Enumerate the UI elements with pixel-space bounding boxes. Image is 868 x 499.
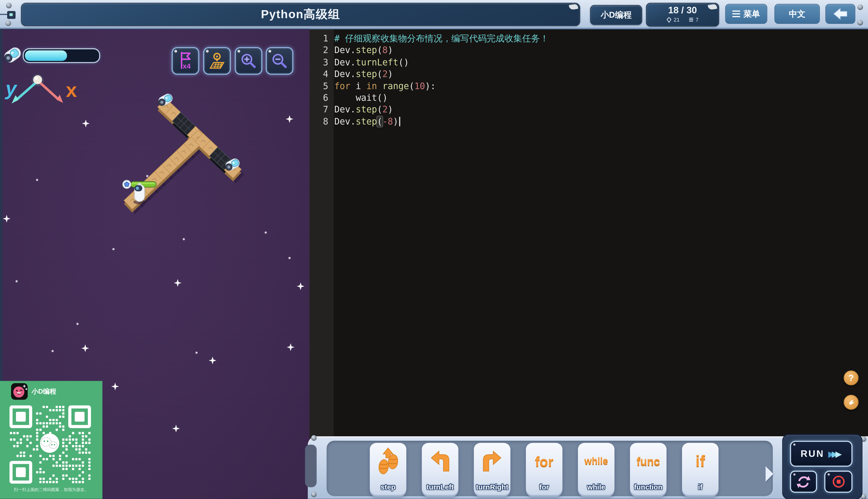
x-axis-arrow <box>57 95 63 103</box>
reset-button[interactable] <box>790 471 817 493</box>
run-panel: RUN ▶▶▶ <box>782 434 863 499</box>
rivet-icon <box>311 435 317 441</box>
code-line: 3Dev.turnLeft() <box>310 57 868 68</box>
minimap-button[interactable] <box>203 47 231 75</box>
zoom-in-button[interactable] <box>235 47 262 75</box>
line-number: 5 <box>310 80 334 92</box>
line-number: 2 <box>310 45 334 57</box>
star-dot <box>36 179 38 181</box>
zoom-out-button[interactable] <box>266 47 293 75</box>
for-keyword-icon: for <box>526 444 562 478</box>
back-arrow-icon <box>833 7 848 21</box>
menu-label: 菜单 <box>744 9 760 19</box>
score-plate: 18 / 30 21 7 <box>646 3 719 26</box>
step-icon <box>370 444 406 478</box>
stop-icon <box>831 475 845 489</box>
connector-line <box>0 14 7 15</box>
star-sparkle <box>3 215 10 223</box>
app-badge[interactable]: 小D编程 <box>590 5 642 25</box>
question-mark-icon: ? <box>848 373 854 383</box>
stop-button[interactable] <box>824 471 853 493</box>
progress-fill <box>25 50 67 61</box>
axis-widget: y x <box>1 71 84 115</box>
antenna-connector-icon <box>7 11 15 19</box>
block-count: 7 <box>696 17 698 23</box>
turn-left-icon <box>422 444 458 478</box>
line-number: 4 <box>310 68 334 80</box>
code-editor[interactable]: 1# 仔细观察收集物分布情况，编写代码完成收集任务！2Dev.step(8)3D… <box>310 28 868 438</box>
qr-panel: 小D编程 扫一扫上面的二维码图案，加我为朋友。 <box>0 381 102 499</box>
block-label: step <box>370 483 406 491</box>
map-pin-icon <box>208 52 226 71</box>
gloss-highlight <box>569 4 578 10</box>
app-window: Python高级组 小D编程 18 / 30 21 7 菜单 中文 <box>0 0 868 499</box>
star-sparkle <box>172 425 180 433</box>
star-sparkle <box>297 282 305 290</box>
rivet-icon <box>858 20 863 25</box>
line-number: 8 <box>310 115 334 127</box>
flag-x4-icon: x4 <box>176 51 194 71</box>
code-line: 8Dev.step(-8) <box>310 115 868 127</box>
level-title-plate: Python高级组 <box>21 3 580 26</box>
star-dot <box>15 280 18 282</box>
code-line: 2Dev.step(8) <box>310 45 868 57</box>
line-number: 1 <box>310 33 334 45</box>
hand-mode-button[interactable] <box>844 395 858 410</box>
block-if[interactable]: ifif <box>682 443 719 495</box>
axis-origin-sphere <box>33 75 42 84</box>
list-icon <box>689 17 694 22</box>
language-label: 中文 <box>789 9 806 19</box>
while-keyword-icon: while <box>578 444 615 478</box>
help-button[interactable]: ? <box>844 370 858 386</box>
page-title: Python高级组 <box>261 7 340 22</box>
block-turnLeft[interactable]: turnLeft <box>422 443 458 495</box>
line-number: 3 <box>310 57 334 68</box>
back-button[interactable] <box>826 4 855 24</box>
star-sparkle <box>209 356 216 364</box>
run-button[interactable]: RUN ▶▶▶ <box>790 441 853 466</box>
code-line: 6 wait() <box>310 92 868 104</box>
code-line: 4Dev.step(2) <box>310 68 868 80</box>
block-for[interactable]: forfor <box>526 443 562 495</box>
language-button[interactable]: 中文 <box>774 4 820 24</box>
tray-left-tab[interactable] <box>305 445 317 487</box>
rivet-icon <box>311 492 317 497</box>
star-dot <box>52 350 54 352</box>
code-line: 5for i in range(10): <box>310 80 868 92</box>
game-viewport[interactable]: y x x4 <box>0 28 310 499</box>
block-function[interactable]: funcfunction <box>630 443 667 495</box>
block-while[interactable]: whilewhile <box>578 443 615 495</box>
qr-app-name: 小D编程 <box>32 387 56 397</box>
winking-face-icon <box>11 383 28 400</box>
top-bar: Python高级组 小D编程 18 / 30 21 7 菜单 中文 <box>0 0 868 29</box>
menu-button[interactable]: 菜单 <box>725 4 767 24</box>
star-dot <box>76 323 78 325</box>
block-label: turnRight <box>474 483 510 491</box>
level-progress: 18 / 30 <box>647 5 719 16</box>
rivet-icon <box>858 4 863 10</box>
block-label: function <box>630 483 667 491</box>
star-dot <box>112 248 114 250</box>
block-label: for <box>526 483 562 491</box>
gem-icon <box>667 17 672 23</box>
speed-toggle-button[interactable]: x4 <box>172 47 199 75</box>
xiaod-logo <box>11 383 28 400</box>
qr-caption: 扫一扫上面的二维码图案，加我为朋友。 <box>0 487 102 493</box>
x-axis-label: x <box>66 79 77 101</box>
star-sparkle <box>286 115 293 123</box>
app-badge-label: 小D编程 <box>600 10 632 20</box>
block-turnRight[interactable]: turnRight <box>474 443 510 495</box>
block-tray: stepturnLeftturnRightforforwhilewhilefun… <box>308 436 868 499</box>
fast-forward-icon: ▶▶▶ <box>828 449 842 458</box>
text-cursor <box>399 117 400 126</box>
star-dot <box>288 257 290 259</box>
reset-icon <box>796 474 811 489</box>
run-label: RUN <box>801 448 824 459</box>
battery-icon <box>2 42 23 67</box>
block-step[interactable]: step <box>370 443 406 495</box>
star-sparkle <box>111 382 119 390</box>
star-sparkle <box>287 343 295 351</box>
zoom-in-icon <box>240 52 258 70</box>
tray-scroll-right-icon[interactable] <box>766 466 773 482</box>
line-number: 7 <box>310 104 334 115</box>
